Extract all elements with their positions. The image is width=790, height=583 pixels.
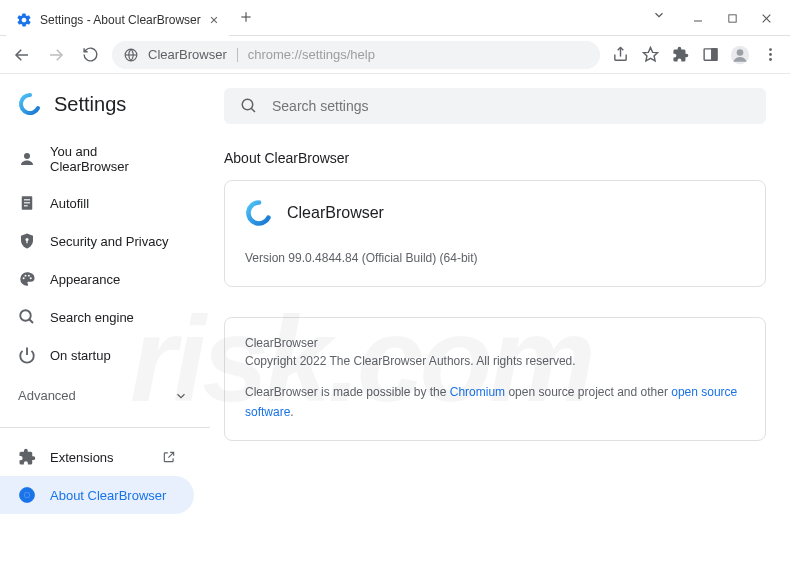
svg-rect-25 — [24, 202, 30, 203]
sidebar-item-security[interactable]: Security and Privacy — [0, 222, 194, 260]
sidebar-toggle-icon[interactable] — [700, 45, 720, 65]
browser-toolbar: ClearBrowser chrome://settings/help — [0, 36, 790, 74]
shield-icon — [18, 232, 36, 250]
sidebar-item-label: Appearance — [50, 272, 120, 287]
settings-header: Settings — [0, 88, 210, 134]
puzzle-icon — [18, 448, 36, 466]
svg-point-20 — [769, 53, 772, 56]
svg-line-36 — [168, 452, 173, 457]
product-name: ClearBrowser — [287, 204, 384, 222]
svg-rect-24 — [24, 199, 30, 200]
reload-button[interactable] — [78, 43, 102, 67]
svg-line-34 — [29, 319, 33, 323]
search-settings-box[interactable] — [224, 88, 766, 124]
svg-rect-28 — [26, 240, 27, 243]
chevron-down-icon[interactable] — [652, 8, 666, 28]
close-window-button[interactable] — [752, 8, 780, 28]
sidebar-item-startup[interactable]: On startup — [0, 336, 194, 374]
extensions-icon[interactable] — [670, 45, 690, 65]
svg-point-18 — [737, 49, 744, 56]
clearbrowser-logo-icon — [245, 199, 273, 227]
svg-point-30 — [25, 275, 27, 277]
address-url: chrome://settings/help — [248, 47, 375, 62]
settings-title: Settings — [54, 93, 126, 116]
sidebar: Settings You and ClearBrowser Autofill S… — [0, 74, 210, 583]
svg-point-22 — [24, 153, 30, 159]
advanced-label: Advanced — [18, 388, 76, 403]
tab-title: Settings - About ClearBrowser — [40, 13, 201, 27]
person-icon — [18, 150, 36, 168]
about-card: ClearBrowser Version 99.0.4844.84 (Offic… — [224, 180, 766, 287]
bookmark-star-icon[interactable] — [640, 45, 660, 65]
copyright-text: Copyright 2022 The ClearBrowser Authors.… — [245, 352, 745, 371]
address-prefix: ClearBrowser — [148, 47, 227, 62]
section-title: About ClearBrowser — [224, 150, 766, 166]
sidebar-item-appearance[interactable]: Appearance — [0, 260, 194, 298]
search-icon — [240, 97, 258, 115]
sidebar-item-label: Security and Privacy — [50, 234, 169, 249]
svg-rect-26 — [24, 205, 28, 206]
svg-point-33 — [20, 310, 31, 321]
window-controls — [652, 0, 790, 28]
browser-tab[interactable]: Settings - About ClearBrowser — [6, 4, 229, 36]
sidebar-item-search[interactable]: Search engine — [0, 298, 194, 336]
sidebar-item-label: On startup — [50, 348, 111, 363]
external-link-icon — [162, 450, 176, 464]
search-icon — [18, 308, 36, 326]
sidebar-item-label: Extensions — [50, 450, 114, 465]
sidebar-item-label: You and ClearBrowser — [50, 144, 176, 174]
clearbrowser-logo-icon — [18, 92, 42, 116]
svg-point-19 — [769, 48, 772, 51]
power-icon — [18, 346, 36, 364]
sidebar-item-autofill[interactable]: Autofill — [0, 184, 194, 222]
search-settings-input[interactable] — [272, 98, 750, 114]
version-text: Version 99.0.4844.84 (Official Build) (6… — [245, 249, 745, 268]
credits-text: ClearBrowser is made possible by the Chr… — [245, 383, 745, 421]
content-area: Settings You and ClearBrowser Autofill S… — [0, 74, 790, 583]
gear-icon — [16, 12, 32, 28]
credits-prefix: ClearBrowser is made possible by the — [245, 385, 450, 399]
credits-middle: open source project and other — [505, 385, 671, 399]
footer-product-name: ClearBrowser — [245, 336, 745, 350]
sidebar-item-label: Autofill — [50, 196, 89, 211]
chromium-link[interactable]: Chromium — [450, 385, 505, 399]
svg-rect-16 — [711, 49, 716, 60]
maximize-button[interactable] — [718, 8, 746, 28]
svg-rect-5 — [728, 14, 735, 21]
minimize-button[interactable] — [684, 8, 712, 28]
menu-dots-icon[interactable] — [760, 45, 780, 65]
sidebar-item-about[interactable]: About ClearBrowser — [0, 476, 194, 514]
svg-marker-13 — [643, 47, 657, 61]
sidebar-item-label: Search engine — [50, 310, 134, 325]
chrome-icon — [18, 486, 36, 504]
svg-line-41 — [251, 108, 255, 112]
back-button[interactable] — [10, 43, 34, 67]
main-panel: About ClearBrowser ClearBrowser Version … — [210, 74, 790, 583]
credits-suffix: . — [290, 405, 293, 419]
autofill-icon — [18, 194, 36, 212]
new-tab-button[interactable] — [239, 10, 253, 24]
sidebar-item-you[interactable]: You and ClearBrowser — [0, 134, 194, 184]
forward-button[interactable] — [44, 43, 68, 67]
share-icon[interactable] — [610, 45, 630, 65]
svg-point-29 — [23, 277, 25, 279]
sidebar-item-extensions[interactable]: Extensions — [0, 438, 194, 476]
about-card-header: ClearBrowser — [245, 199, 745, 227]
svg-point-32 — [30, 277, 32, 279]
chevron-down-icon — [174, 389, 188, 403]
window-titlebar: Settings - About ClearBrowser — [0, 0, 790, 36]
sidebar-item-label: About ClearBrowser — [50, 488, 166, 503]
close-icon[interactable] — [209, 15, 219, 25]
svg-point-39 — [25, 493, 30, 498]
address-separator — [237, 48, 238, 62]
profile-avatar-icon[interactable] — [730, 45, 750, 65]
svg-point-21 — [769, 58, 772, 61]
palette-icon — [18, 270, 36, 288]
site-info-icon[interactable] — [124, 48, 138, 62]
sidebar-advanced-toggle[interactable]: Advanced — [0, 374, 210, 417]
credits-card: ClearBrowser Copyright 2022 The ClearBro… — [224, 317, 766, 441]
svg-point-31 — [28, 275, 30, 277]
sidebar-divider — [0, 427, 210, 428]
svg-point-40 — [242, 99, 253, 110]
address-bar[interactable]: ClearBrowser chrome://settings/help — [112, 41, 600, 69]
